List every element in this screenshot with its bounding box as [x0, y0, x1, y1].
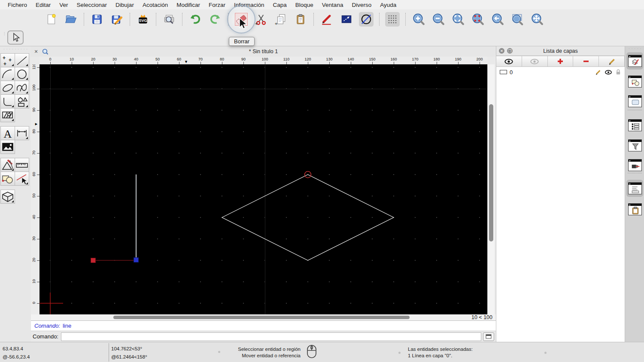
erase-button[interactable]: Borrar: [234, 12, 249, 27]
image-icon: [1, 141, 15, 154]
float-panel-icon[interactable]: ❐: [507, 48, 513, 54]
menu-modificar[interactable]: Modificar: [172, 2, 204, 8]
add-layer-button[interactable]: [547, 56, 574, 67]
toolbar-separator: [84, 13, 84, 26]
cut-button[interactable]: +: [254, 12, 268, 27]
tool-image[interactable]: [0, 140, 15, 154]
tool-polygon[interactable]: [15, 94, 29, 109]
tool-dimension[interactable]: [15, 126, 29, 140]
tool-cube3d[interactable]: [0, 190, 15, 204]
print-preview-button[interactable]: [162, 12, 176, 27]
zoom-window-icon: [511, 13, 524, 26]
tool-measure[interactable]: [15, 158, 29, 172]
hide-all-layers-button[interactable]: [522, 56, 548, 67]
tool-hatch[interactable]: [0, 108, 15, 122]
divide-button[interactable]: [359, 12, 374, 27]
tool-spline[interactable]: [15, 81, 29, 95]
dock-filter-panel[interactable]: [626, 137, 643, 154]
vertical-scrollbar[interactable]: [487, 64, 495, 314]
tool-circle[interactable]: [15, 67, 29, 81]
menu-editar[interactable]: Editar: [31, 2, 55, 8]
copy-button[interactable]: +: [273, 12, 288, 27]
save-button[interactable]: [90, 12, 104, 27]
close-document-icon[interactable]: ×: [34, 48, 38, 55]
dock-layer-list-panel[interactable]: [626, 52, 643, 69]
remove-layer-button[interactable]: [573, 56, 599, 67]
drawing-canvas[interactable]: [39, 64, 487, 314]
horizontal-ruler: 0102030405060708090100110120130140150160…: [39, 57, 487, 64]
tool-modify[interactable]: [0, 158, 15, 172]
detach-command-widget-button[interactable]: [483, 332, 494, 341]
tool-ellipse[interactable]: [0, 81, 15, 95]
zoom-previous-button[interactable]: [490, 12, 505, 27]
move-scale-button[interactable]: [339, 12, 354, 27]
zoom-pan-button[interactable]: [530, 12, 544, 27]
menu-acotación[interactable]: Acotación: [138, 2, 172, 8]
dock-command-line-panel[interactable]: [626, 180, 643, 197]
zoom-auto-button[interactable]: [451, 12, 465, 27]
tool-block[interactable]: [0, 172, 15, 186]
export-svg-button[interactable]: SVG: [136, 12, 150, 27]
zoom-redraw-button[interactable]: [471, 12, 485, 27]
zoom-tool-icon[interactable]: [42, 48, 49, 55]
menu-ayuda[interactable]: Ayuda: [376, 2, 401, 8]
dock-block-list-panel[interactable]: [626, 73, 643, 90]
save-as-button[interactable]: [109, 12, 124, 27]
menu-fichero[interactable]: Fichero: [3, 2, 31, 8]
menu-diverso[interactable]: Diverso: [347, 2, 376, 8]
menu-ventana[interactable]: Ventana: [318, 2, 348, 8]
select-tool-button[interactable]: [7, 30, 24, 45]
layer-row[interactable]: 0: [496, 67, 625, 77]
dock-clipboard-panel[interactable]: [626, 201, 643, 218]
tool-arc[interactable]: [0, 67, 15, 81]
submenu-corner: [12, 105, 14, 107]
menu-bloque[interactable]: Bloque: [291, 2, 318, 8]
menu-dibujar[interactable]: Dibujar: [111, 2, 138, 8]
zoom-in-button[interactable]: [411, 12, 426, 27]
layer-edit-pencil-icon[interactable]: [595, 69, 601, 75]
submenu-corner: [26, 137, 28, 139]
document-title: * Sin título 1: [31, 48, 496, 54]
menu-capa[interactable]: Capa: [269, 2, 291, 8]
command-input[interactable]: [61, 332, 481, 341]
menu-ver[interactable]: Ver: [55, 2, 72, 8]
zoom-out-button[interactable]: [431, 12, 446, 27]
horizontal-scrollbar-thumb[interactable]: [113, 316, 410, 319]
paste-button[interactable]: [293, 12, 308, 27]
redo-button[interactable]: [208, 12, 222, 27]
tool-points[interactable]: +++: [0, 53, 15, 67]
layer-color-swatch[interactable]: [500, 70, 507, 74]
dock-pen-wizard-panel[interactable]: [626, 157, 643, 174]
menu-información[interactable]: Información: [230, 2, 269, 8]
right-button-hint: Mover entidad o referencia: [202, 353, 301, 359]
layer-visible-eye-icon[interactable]: [605, 69, 612, 75]
tool-polyline[interactable]: [0, 94, 15, 109]
mouse-cursor: [238, 17, 247, 31]
ruler-label: 60: [32, 172, 36, 177]
menu-forzar[interactable]: Forzar: [204, 2, 230, 8]
document-area: * Sin título 1 × 01020304050607080901001…: [31, 46, 496, 342]
zoom-window-button[interactable]: [510, 12, 525, 27]
new-document-button[interactable]: [44, 12, 58, 27]
menu-seleccionar[interactable]: Seleccionar: [73, 2, 112, 8]
end-handle: [134, 258, 139, 262]
submenu-corner: [26, 78, 28, 80]
vertical-scrollbar-thumb[interactable]: [489, 104, 493, 241]
tool-line[interactable]: [15, 53, 29, 67]
status-bar: 63.4,83.4 @-56.6,23.4 104.7622<53° @61.2…: [0, 342, 644, 362]
dock-entity-list-panel[interactable]: [626, 117, 643, 134]
tool-text[interactable]: A: [0, 126, 15, 140]
tool-edit-line[interactable]: [15, 172, 29, 186]
snap-grid-button[interactable]: [385, 12, 400, 27]
modify-layer-button[interactable]: [598, 56, 625, 67]
layer-lock-icon[interactable]: [615, 69, 621, 75]
horizontal-scrollbar[interactable]: 10 < 100: [31, 314, 496, 320]
mouse-icon: [307, 344, 317, 359]
open-document-button[interactable]: [64, 12, 78, 27]
edit-attributes-button[interactable]: [319, 12, 334, 27]
show-all-layers-button[interactable]: [496, 56, 522, 67]
close-panel-icon[interactable]: ✕: [499, 48, 504, 54]
dock-library-browser-panel[interactable]: [626, 93, 643, 110]
undo-button[interactable]: [188, 12, 203, 27]
ruler-label: 80: [220, 57, 224, 61]
